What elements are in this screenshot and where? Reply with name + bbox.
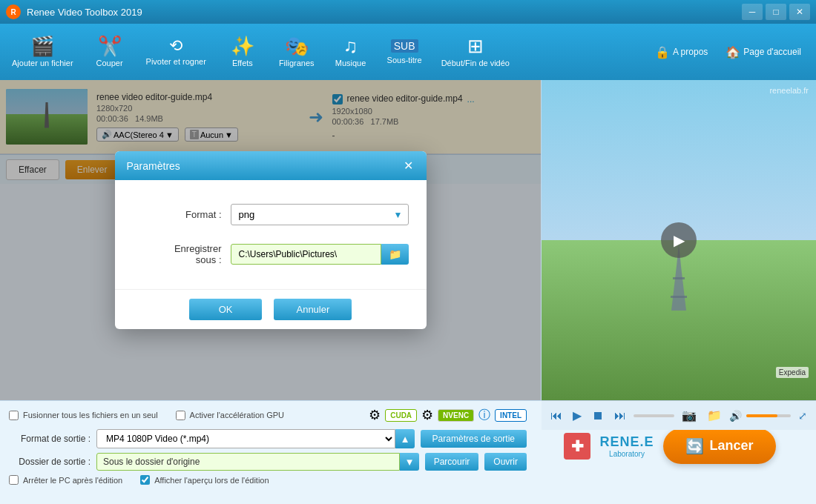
minimize-button[interactable]: ─	[742, 4, 763, 20]
apropos-label: A propos	[673, 47, 708, 57]
vc-folder[interactable]: 📁	[704, 407, 725, 424]
vc-fullscreen[interactable]: ⤢	[795, 408, 810, 423]
toolbar-start-end[interactable]: ⊞ Début/Fin de vidéo	[432, 27, 519, 77]
modal-save-label: Enregistrersous :	[133, 243, 222, 265]
rene-cross-icon: ✚	[564, 433, 590, 460]
nvidia-logo-icon: ⚙	[369, 407, 381, 423]
maximize-button[interactable]: □	[766, 4, 786, 20]
rene-brand: RENE.E	[599, 434, 654, 450]
main-toolbar: 🎬 Ajouter un fichier ✂️ Couper ⟲ Pivoter…	[0, 24, 816, 80]
lancer-button[interactable]: 🔄 Lancer	[663, 428, 776, 464]
modal-body: Format : png Enregistrersous : 📁	[115, 180, 427, 289]
output-params-button[interactable]: Paramètres de sortie	[421, 430, 527, 448]
rotate-label: Pivoter et rogner	[146, 57, 206, 66]
merge-checkbox[interactable]	[9, 411, 19, 420]
modal-folder-button[interactable]: 📁	[381, 244, 409, 265]
vc-skip-back[interactable]: ⏮	[547, 408, 565, 424]
preview-panel: reneelab.fr Expedia ▶ ⏮ ▶ ⏹ ⏭ 📷 📁 🔊 ⤢	[542, 80, 816, 400]
parcourir-button[interactable]: Parcourir	[425, 453, 479, 471]
gpu-checkbox[interactable]	[176, 411, 185, 420]
settings-modal: Paramètres ✕ Format : png Enregistrersou…	[115, 151, 427, 329]
preview-checkbox[interactable]	[140, 475, 150, 485]
file-list-area: renee video editor-guide.mp4 1280x720 00…	[0, 80, 542, 400]
lock-icon: 🔒	[655, 45, 670, 59]
vc-stop[interactable]: ⏹	[589, 408, 607, 424]
effects-label: Effets	[232, 59, 253, 67]
progress-bar[interactable]	[634, 414, 674, 417]
app-title: Renee Video Toolbox 2019	[27, 7, 742, 18]
intel-badge[interactable]: INTEL	[495, 409, 527, 422]
gpu-checkbox-label[interactable]: Activer l'accélération GPU	[176, 411, 284, 420]
merge-label: Fusionner tous les fichiers en un seul	[23, 411, 158, 420]
modal-format-label: Format :	[133, 209, 222, 220]
toolbar-watermarks[interactable]: 🎭 Filigranes	[270, 27, 323, 77]
merge-checkbox-label[interactable]: Fusionner tous les fichiers en un seul	[9, 411, 158, 420]
add-file-label: Ajouter un fichier	[12, 59, 73, 67]
toolbar-right: 🔒 A propos 🏠 Page d'accueil	[649, 42, 813, 62]
apropos-btn[interactable]: 🔒 A propos	[649, 42, 714, 62]
cuda-badge[interactable]: CUDA	[385, 409, 417, 422]
modal-overlay: Paramètres ✕ Format : png Enregistrersou…	[0, 80, 541, 400]
vc-skip-forward[interactable]: ⏭	[611, 408, 629, 424]
intel-logo-icon: ⓘ	[478, 408, 490, 423]
stop-pc-label[interactable]: Arrêter le PC après l'édition	[9, 475, 122, 485]
lancer-icon: 🔄	[685, 437, 704, 455]
cut-icon: ✂️	[98, 36, 122, 56]
ouvrir-button[interactable]: Ouvrir	[484, 453, 527, 471]
expedia-badge: Expedia	[776, 367, 809, 378]
start-end-icon: ⊞	[467, 36, 484, 56]
toolbar-effects[interactable]: ✨ Effets	[217, 27, 269, 77]
nvenc-badge[interactable]: NVENC	[438, 409, 474, 422]
toolbar-music[interactable]: ♫ Musique	[325, 27, 377, 77]
play-button[interactable]: ▶	[661, 222, 697, 258]
close-button[interactable]: ✕	[789, 4, 810, 20]
stop-pc-checkbox[interactable]	[9, 475, 19, 485]
music-label: Musique	[335, 59, 366, 67]
format-select[interactable]: MP4 1080P Video (*.mp4)	[96, 429, 395, 448]
rene-logo-area: ✚ RENE.E Laboratory 🔄 Lancer	[564, 428, 775, 464]
gpu-label: Activer l'accélération GPU	[190, 411, 284, 420]
watermarks-label: Filigranes	[279, 59, 315, 67]
toolbar-subtitles[interactable]: SUB Sous-titre	[378, 27, 431, 77]
vc-play[interactable]: ▶	[570, 407, 585, 424]
music-icon: ♫	[343, 36, 358, 56]
subtitles-label: Sous-titre	[387, 56, 422, 64]
folder-path-input[interactable]	[96, 453, 400, 471]
modal-save-row: Enregistrersous : 📁	[133, 243, 409, 265]
rene-text-area: RENE.E Laboratory	[599, 434, 654, 458]
start-end-label: Début/Fin de vidéo	[441, 59, 510, 67]
toolbar-add-file[interactable]: 🎬 Ajouter un fichier	[3, 27, 82, 77]
home-icon: 🏠	[725, 45, 740, 59]
gpu-checkboxes-row: Fusionner tous les fichiers en un seul A…	[9, 407, 527, 423]
add-file-icon: 🎬	[30, 36, 54, 56]
folder-row: Dossier de sortie : ▼ Parcourir Ouvrir	[9, 453, 527, 471]
modal-cancel-button[interactable]: Annuler	[274, 299, 352, 320]
format-dropdown-btn[interactable]: ▲	[395, 429, 414, 448]
modal-format-select[interactable]: png	[231, 204, 409, 225]
home-label: Page d'accueil	[743, 47, 801, 57]
modal-save-path[interactable]	[231, 244, 381, 265]
modal-save-input-group: 📁	[231, 244, 409, 265]
folder-label: Dossier de sortie :	[9, 457, 91, 467]
watermarks-icon: 🎭	[285, 36, 309, 56]
output-left: Fusionner tous les fichiers en un seul A…	[9, 407, 527, 485]
cut-label: Couper	[96, 59, 123, 67]
preview-label[interactable]: Afficher l'aperçu lors de l'édition	[140, 475, 269, 485]
content-area: renee video editor-guide.mp4 1280x720 00…	[0, 80, 816, 400]
svg-rect-1	[673, 277, 685, 279]
home-btn[interactable]: 🏠 Page d'accueil	[720, 42, 807, 62]
video-controls: ⏮ ▶ ⏹ ⏭ 📷 📁 🔊 ⤢	[542, 400, 816, 430]
rene-sub: Laboratory	[599, 450, 654, 458]
volume-bar[interactable]	[746, 414, 791, 417]
effects-icon: ✨	[231, 36, 254, 56]
toolbar-rotate-crop[interactable]: ⟲ Pivoter et rogner	[137, 27, 215, 77]
modal-close-button[interactable]: ✕	[402, 159, 415, 173]
rotate-icon: ⟲	[169, 38, 182, 54]
title-bar: R Renee Video Toolbox 2019 ─ □ ✕	[0, 0, 816, 24]
folder-dropdown-btn[interactable]: ▼	[400, 453, 418, 471]
toolbar-cut[interactable]: ✂️ Couper	[84, 27, 136, 77]
vc-camera[interactable]: 📷	[679, 407, 700, 424]
modal-ok-button[interactable]: OK	[189, 299, 263, 320]
format-input-group: MP4 1080P Video (*.mp4) ▲	[96, 429, 415, 448]
preview-text: Afficher l'aperçu lors de l'édition	[154, 476, 269, 485]
